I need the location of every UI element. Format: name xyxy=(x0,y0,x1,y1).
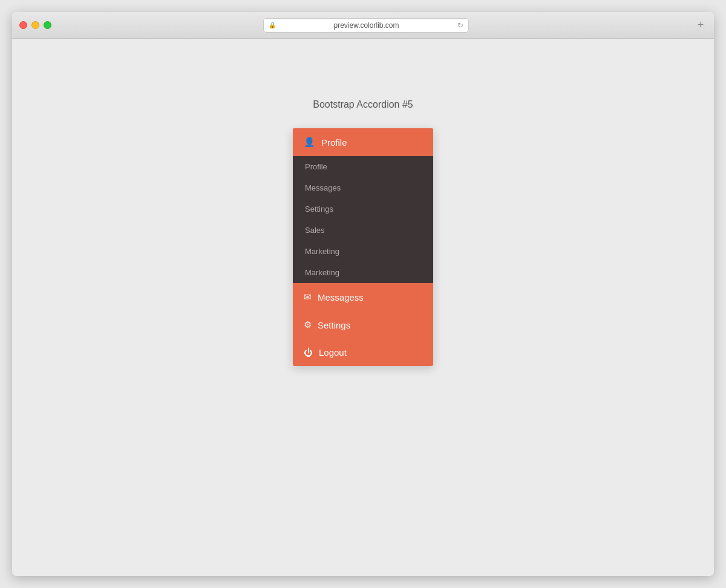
maximize-button[interactable] xyxy=(44,21,51,29)
power-icon: ⏻ xyxy=(304,347,313,358)
titlebar-right: + xyxy=(680,19,707,31)
accordion-item-messages: ✉ Messagess xyxy=(293,283,433,311)
envelope-icon: ✉ xyxy=(304,292,312,302)
traffic-lights xyxy=(19,21,51,29)
accordion-header-profile[interactable]: 👤 Profile xyxy=(293,128,433,156)
page-title: Bootstrap Accordion #5 xyxy=(313,99,413,110)
page-content: Bootstrap Accordion #5 👤 Profile Profile… xyxy=(12,39,714,576)
accordion-body-profile: Profile Messages Settings Sales Marketin… xyxy=(293,156,433,283)
browser-window: 🔒 preview.colorlib.com ↻ + Bootstrap Acc… xyxy=(12,12,714,576)
sub-item-marketing-1[interactable]: Marketing xyxy=(293,241,433,262)
accordion-settings-label: Settings xyxy=(318,320,350,330)
accordion-header-logout[interactable]: ⏻ Logout xyxy=(293,339,433,366)
accordion: 👤 Profile Profile Messages Settings Sale… xyxy=(293,128,433,366)
address-bar-container: 🔒 preview.colorlib.com ↻ xyxy=(51,18,680,33)
url-text: preview.colorlib.com xyxy=(279,21,454,30)
sub-item-marketing-2[interactable]: Marketing xyxy=(293,262,433,283)
minimize-button[interactable] xyxy=(31,21,39,29)
sub-item-settings[interactable]: Settings xyxy=(293,198,433,220)
accordion-item-logout: ⏻ Logout xyxy=(293,339,433,366)
accordion-item-settings: ⚙ Settings xyxy=(293,311,433,339)
accordion-item-profile: 👤 Profile Profile Messages Settings Sale… xyxy=(293,128,433,283)
sub-item-messages[interactable]: Messages xyxy=(293,177,433,198)
accordion-profile-label: Profile xyxy=(321,137,347,148)
sub-item-profile[interactable]: Profile xyxy=(293,156,433,177)
close-button[interactable] xyxy=(19,21,27,29)
person-icon: 👤 xyxy=(304,137,315,148)
address-bar[interactable]: 🔒 preview.colorlib.com ↻ xyxy=(263,18,469,33)
accordion-header-settings[interactable]: ⚙ Settings xyxy=(293,311,433,339)
gear-icon: ⚙ xyxy=(304,319,312,330)
accordion-messages-label: Messagess xyxy=(318,292,364,302)
titlebar: 🔒 preview.colorlib.com ↻ + xyxy=(12,12,714,39)
lock-icon: 🔒 xyxy=(269,22,276,28)
accordion-logout-label: Logout xyxy=(319,347,347,358)
new-tab-button[interactable]: + xyxy=(695,19,707,31)
sub-item-sales[interactable]: Sales xyxy=(293,220,433,241)
accordion-header-messages[interactable]: ✉ Messagess xyxy=(293,283,433,311)
refresh-icon[interactable]: ↻ xyxy=(457,21,463,30)
